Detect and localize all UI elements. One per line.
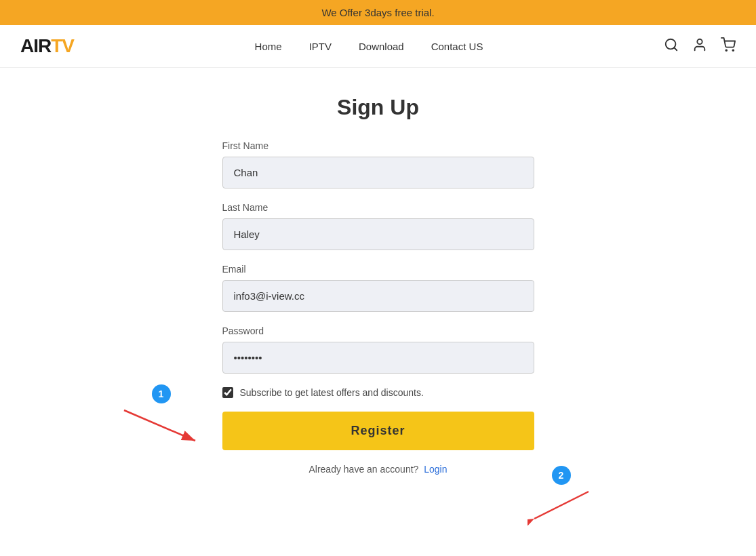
user-button[interactable]: [692, 37, 707, 56]
svg-line-8: [534, 492, 589, 519]
logo: AIRTV: [20, 35, 74, 57]
nav-home[interactable]: Home: [255, 41, 282, 52]
cart-button[interactable]: [721, 37, 736, 56]
annotation-2: 2: [528, 466, 595, 525]
main-nav: Home IPTV Download Contact US: [255, 41, 483, 52]
main-content: Sign Up 1 2: [0, 68, 756, 515]
nav-contact[interactable]: Contact US: [431, 41, 483, 52]
first-name-group: First Name: [222, 140, 534, 188]
last-name-group: Last Name: [222, 202, 534, 250]
first-name-input[interactable]: [222, 157, 534, 188]
svg-point-4: [732, 49, 734, 51]
header: AIRTV Home IPTV Download Contact US: [0, 25, 756, 68]
top-banner: We Offer 3days free trial.: [0, 0, 756, 25]
annotation-1: 1: [117, 384, 205, 448]
svg-point-2: [697, 39, 702, 43]
nav-download[interactable]: Download: [359, 41, 404, 52]
subscribe-label: Subscribe to get latest offers and disco…: [240, 387, 424, 398]
search-icon: [664, 37, 679, 52]
last-name-input[interactable]: [222, 218, 534, 250]
subscribe-checkbox[interactable]: [222, 387, 233, 398]
page-title: Sign Up: [337, 95, 419, 120]
signup-form: First Name Last Name Email Password: [222, 140, 534, 475]
user-icon: [692, 37, 707, 52]
last-name-label: Last Name: [222, 202, 534, 213]
arrow-2-svg: [528, 488, 595, 525]
first-name-label: First Name: [222, 140, 534, 151]
already-account-text: Already have an account?: [309, 464, 418, 475]
badge-1: 1: [152, 384, 171, 403]
password-label: Password: [222, 325, 534, 336]
arrow-1-svg: [117, 407, 205, 448]
email-input[interactable]: [222, 280, 534, 312]
nav-iptv[interactable]: IPTV: [309, 41, 332, 52]
register-button[interactable]: Register: [222, 412, 534, 450]
password-input[interactable]: [222, 342, 534, 374]
header-icons: [664, 37, 736, 56]
svg-point-3: [725, 49, 727, 51]
svg-line-6: [124, 410, 195, 441]
email-label: Email: [222, 264, 534, 275]
svg-line-1: [674, 47, 677, 50]
email-group: Email: [222, 264, 534, 312]
badge-2: 2: [552, 466, 571, 485]
subscribe-row: Subscribe to get latest offers and disco…: [222, 387, 534, 398]
search-button[interactable]: [664, 37, 679, 56]
password-group: Password: [222, 325, 534, 374]
banner-text: We Offer 3days free trial.: [321, 7, 434, 18]
cart-icon: [721, 37, 736, 52]
logo-text: AIRTV: [20, 35, 74, 57]
login-link[interactable]: Login: [424, 464, 447, 475]
login-row: Already have an account? Login: [222, 464, 534, 475]
